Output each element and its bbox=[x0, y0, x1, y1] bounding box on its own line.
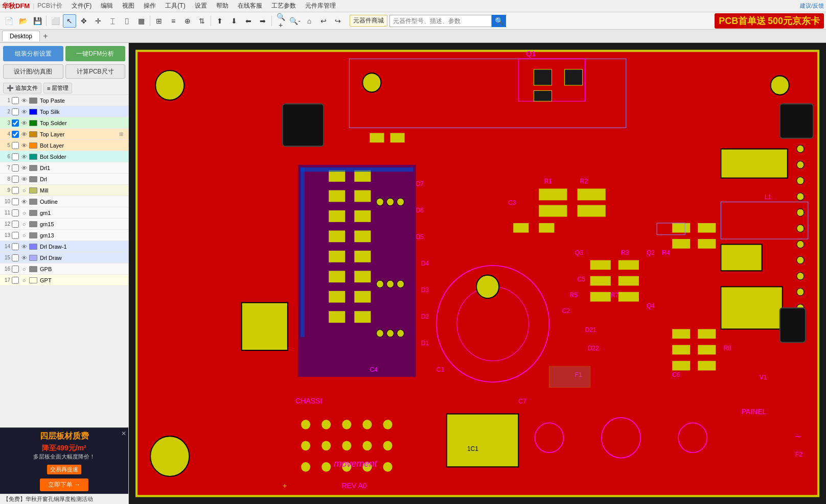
layer-check[interactable] bbox=[12, 254, 19, 261]
layer-row-top-paste[interactable]: 1 👁 Top Paste bbox=[0, 95, 128, 106]
layer-eye-icon[interactable]: ○ bbox=[20, 232, 28, 238]
menu-help[interactable]: 帮助 bbox=[212, 1, 233, 11]
grid-btn[interactable]: ⊞ bbox=[152, 14, 166, 28]
layer-row-drl-draw-1[interactable]: 14 👁 Drl Draw-1 bbox=[0, 241, 128, 252]
layer-eye-icon[interactable]: 👁 bbox=[20, 154, 28, 160]
menu-settings[interactable]: 设置 bbox=[191, 1, 211, 11]
right-btn[interactable]: ➡ bbox=[256, 14, 269, 28]
align-btn[interactable]: ≡ bbox=[167, 14, 180, 28]
component-btn[interactable]: ▦ bbox=[134, 14, 148, 28]
layer-eye-icon[interactable]: 👁 bbox=[20, 244, 28, 250]
layer-row-outline[interactable]: 10 👁 Outline bbox=[0, 196, 128, 207]
menu-process[interactable]: 工艺参数 bbox=[267, 1, 300, 11]
left-btn[interactable]: ⬅ bbox=[242, 14, 255, 28]
layer-row-gpb[interactable]: 16 ○ GPB bbox=[0, 263, 128, 275]
layer-check[interactable] bbox=[12, 277, 19, 284]
layer-row-drl-draw[interactable]: 15 👁 Drl Draw bbox=[0, 252, 128, 263]
measure-btn[interactable]: ⊕ bbox=[181, 14, 194, 28]
dfm-analysis-btn[interactable]: 一键DFM分析 bbox=[65, 46, 126, 61]
add-file-btn[interactable]: ➕ 追加文件 bbox=[3, 83, 41, 93]
layer-check[interactable] bbox=[12, 176, 19, 183]
move-btn[interactable]: ✥ bbox=[77, 14, 90, 28]
layer-eye-icon[interactable]: 👁 bbox=[20, 120, 28, 126]
redo-btn[interactable]: ↪ bbox=[331, 14, 345, 28]
layer-row-gm15[interactable]: 12 ○ gm15 bbox=[0, 219, 128, 230]
sep2 bbox=[150, 16, 150, 26]
layer-eye-icon[interactable]: 👁 bbox=[20, 142, 28, 149]
layer-row-drl1[interactable]: 7 👁 Drl1 bbox=[0, 162, 128, 174]
layer-manage-btn[interactable]: ≡ 层管理 bbox=[43, 83, 72, 93]
search-input[interactable] bbox=[389, 15, 492, 27]
layer-eye-icon[interactable]: ○ bbox=[20, 187, 28, 194]
layer-eye-icon[interactable]: ○ bbox=[20, 210, 28, 216]
fit-btn[interactable]: ⌂ bbox=[303, 14, 316, 28]
cross-btn[interactable]: ✛ bbox=[91, 14, 105, 28]
ad-close-btn[interactable]: ✕ bbox=[121, 430, 126, 437]
layer-eye-icon[interactable]: ○ bbox=[20, 266, 28, 272]
layer-eye-icon[interactable]: 👁 bbox=[20, 176, 28, 182]
layer-check[interactable] bbox=[12, 266, 19, 273]
layer-eye-icon[interactable]: 👁 bbox=[20, 255, 28, 261]
route-btn[interactable]: ⌶ bbox=[106, 14, 119, 28]
menu-tools[interactable]: 工具(T) bbox=[161, 1, 189, 11]
layer-check[interactable] bbox=[12, 187, 19, 194]
route2-btn[interactable]: ⌷ bbox=[120, 14, 133, 28]
menu-online[interactable]: 在线客服 bbox=[234, 1, 266, 11]
up-btn[interactable]: ⬆ bbox=[213, 14, 226, 28]
new-btn[interactable]: 📄 bbox=[2, 14, 15, 28]
layer-eye-icon[interactable]: ○ bbox=[20, 221, 28, 227]
layer-row-bot-layer[interactable]: 5 👁 Bot Layer bbox=[0, 140, 128, 151]
layer-row-top-layer[interactable]: 4 👁 Top Layer ⊞ bbox=[0, 129, 128, 140]
tab-desktop[interactable]: Desktop bbox=[2, 31, 40, 41]
menu-operate[interactable]: 操作 bbox=[140, 1, 160, 11]
layer-check[interactable] bbox=[12, 198, 19, 205]
layer-row-gpt[interactable]: 17 ○ GPT bbox=[0, 275, 128, 286]
layer-row-drl[interactable]: 8 👁 Drl bbox=[0, 174, 128, 185]
layer-eye-icon[interactable]: ○ bbox=[20, 277, 28, 283]
tab-add[interactable]: + bbox=[40, 31, 51, 42]
layer-check[interactable] bbox=[12, 209, 19, 217]
layer-check[interactable] bbox=[12, 119, 19, 127]
feedback-link[interactable]: 建议/反馈 bbox=[800, 2, 824, 10]
layer-check[interactable] bbox=[12, 97, 19, 104]
layer-check[interactable] bbox=[12, 164, 19, 172]
layer-row-top-silk[interactable]: 2 👁 Top Silk bbox=[0, 106, 128, 117]
design-view-btn[interactable]: 设计图/仿真图 bbox=[3, 64, 63, 79]
zoom-in-btn[interactable]: 🔍+ bbox=[274, 14, 287, 28]
assembly-analysis-btn[interactable]: 组装分析设置 bbox=[3, 46, 63, 61]
layer-check[interactable] bbox=[12, 142, 19, 149]
layer-row-top-solder[interactable]: 3 👁 Top Solder bbox=[0, 117, 128, 129]
pcb-size-btn[interactable]: 计算PCB尺寸 bbox=[65, 64, 126, 79]
menu-library[interactable]: 元件库管理 bbox=[301, 1, 340, 11]
search-button[interactable]: 🔍 bbox=[492, 15, 506, 27]
undo-btn[interactable]: ↩ bbox=[317, 14, 330, 28]
pcb-canvas-area[interactable]: Q1 D7 D6 D5 D4 D3 D2 D1 bbox=[129, 43, 826, 504]
layer-check[interactable] bbox=[12, 243, 19, 250]
layer-check[interactable] bbox=[12, 221, 19, 228]
flip-btn[interactable]: ⇅ bbox=[195, 14, 209, 28]
layer-eye-icon[interactable]: 👁 bbox=[20, 131, 28, 137]
ad-banner[interactable]: PCB首单送 500元京东卡 bbox=[715, 13, 824, 29]
pointer-btn[interactable]: ↖ bbox=[63, 14, 76, 28]
menu-file[interactable]: 文件(F) bbox=[67, 1, 96, 11]
ad-cta-btn[interactable]: 立即下单 → bbox=[40, 478, 88, 491]
menu-edit[interactable]: 编辑 bbox=[97, 1, 117, 11]
layer-eye-icon[interactable]: 👁 bbox=[20, 98, 28, 104]
layer-check[interactable] bbox=[12, 153, 19, 160]
layer-check[interactable] bbox=[12, 232, 19, 239]
select-btn[interactable]: ⬜ bbox=[49, 14, 62, 28]
layer-row-gm13[interactable]: 13 ○ gm13 bbox=[0, 230, 128, 241]
layer-check[interactable] bbox=[12, 108, 19, 115]
layer-row-gm1[interactable]: 11 ○ gm1 bbox=[0, 207, 128, 219]
zoom-out-btn[interactable]: 🔍- bbox=[288, 14, 302, 28]
down-btn[interactable]: ⬇ bbox=[227, 14, 241, 28]
layer-row-bot-solder[interactable]: 6 👁 Bot Solder bbox=[0, 151, 128, 162]
layer-eye-icon[interactable]: 👁 bbox=[20, 165, 28, 171]
save-btn[interactable]: 💾 bbox=[31, 14, 44, 28]
open-btn[interactable]: 📂 bbox=[16, 14, 30, 28]
layer-check[interactable] bbox=[12, 131, 19, 138]
layer-eye-icon[interactable]: 👁 bbox=[20, 109, 28, 115]
layer-eye-icon[interactable]: 👁 bbox=[20, 199, 28, 205]
menu-view[interactable]: 视图 bbox=[118, 1, 139, 11]
layer-row-mill[interactable]: 9 ○ Mill bbox=[0, 185, 128, 196]
